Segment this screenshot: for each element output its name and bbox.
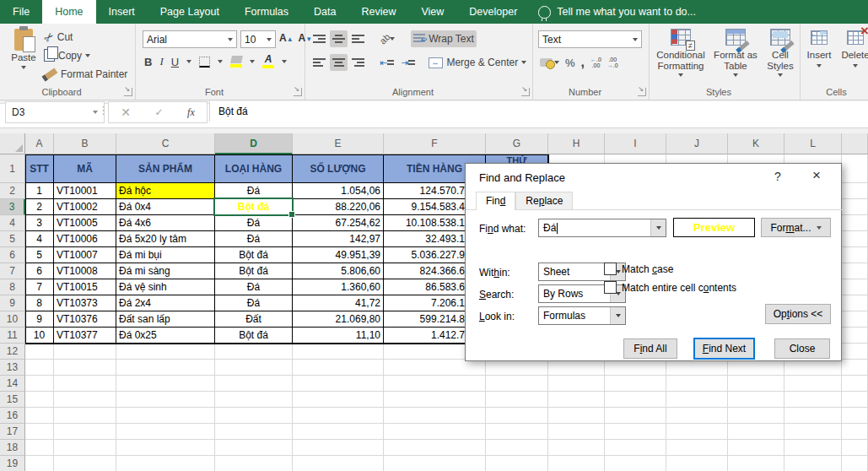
row-header-17[interactable]: 17: [0, 424, 25, 440]
row-header-1[interactable]: 1: [0, 154, 25, 183]
cell-M12[interactable]: [842, 344, 868, 360]
tab-home[interactable]: Home: [42, 0, 95, 24]
cell-G16[interactable]: [486, 408, 548, 424]
cell-D12[interactable]: [215, 344, 293, 360]
merge-center-button[interactable]: Merge & Center: [426, 54, 529, 71]
cell-K18[interactable]: [728, 440, 784, 456]
format-painter-button[interactable]: Format Painter: [42, 68, 127, 80]
format-preview-button[interactable]: Preview: [673, 218, 755, 237]
formula-input[interactable]: Bột đá: [209, 101, 868, 122]
cell-D9[interactable]: Đá: [215, 295, 293, 311]
cell-M7[interactable]: [842, 263, 868, 279]
cell-D19[interactable]: [215, 456, 293, 471]
increase-indent-button[interactable]: ⇥: [398, 54, 418, 71]
font-color-button[interactable]: A: [262, 55, 274, 68]
cell-B13[interactable]: [54, 360, 116, 376]
column-header-A[interactable]: A: [25, 133, 54, 154]
cell-D4[interactable]: Đá: [215, 215, 293, 231]
cell-A10[interactable]: 9: [25, 311, 54, 328]
cell-J18[interactable]: [666, 440, 728, 456]
cell-A6[interactable]: 5: [25, 247, 54, 263]
column-header-B[interactable]: B: [54, 133, 116, 154]
row-header-10[interactable]: 10: [0, 311, 25, 328]
accounting-format-button[interactable]: [540, 58, 559, 67]
cell-K15[interactable]: [728, 392, 784, 408]
cell-G13[interactable]: [486, 360, 548, 376]
column-header-D[interactable]: D: [215, 133, 293, 154]
options-button[interactable]: Options <<: [765, 304, 831, 324]
tab-data[interactable]: Data: [301, 0, 348, 24]
cell-A1[interactable]: STT: [25, 154, 54, 183]
cell-C15[interactable]: [116, 392, 215, 408]
cell-A7[interactable]: 6: [25, 263, 54, 279]
cell-M19[interactable]: [842, 456, 868, 471]
cell-E4[interactable]: 67.254,62: [293, 215, 384, 231]
cell-L18[interactable]: [784, 440, 842, 456]
delete-cells-button[interactable]: Delete: [839, 30, 868, 68]
cell-I13[interactable]: [605, 360, 666, 376]
cell-L15[interactable]: [784, 392, 842, 408]
cell-D2[interactable]: Đá: [215, 183, 293, 199]
cell-L17[interactable]: [784, 424, 842, 440]
cell-E2[interactable]: 1.054,06: [293, 183, 384, 199]
match-entire-box[interactable]: [604, 281, 617, 294]
cell-G15[interactable]: [486, 392, 548, 408]
cell-I15[interactable]: [605, 392, 666, 408]
clipboard-dialog-launcher-icon[interactable]: [124, 88, 132, 96]
percent-button[interactable]: %: [565, 57, 575, 69]
grow-font-button[interactable]: A▲: [279, 32, 294, 44]
cell-M14[interactable]: [842, 376, 868, 392]
cell-A13[interactable]: [25, 360, 54, 376]
tab-developer[interactable]: Developer: [456, 0, 530, 24]
cell-K14[interactable]: [728, 376, 784, 392]
cell-A4[interactable]: 3: [25, 215, 54, 231]
find-what-dropdown-icon[interactable]: [650, 219, 666, 236]
cell-K13[interactable]: [728, 360, 784, 376]
cell-H16[interactable]: [548, 408, 605, 424]
cell-F13[interactable]: [384, 360, 486, 376]
cell-H17[interactable]: [548, 424, 605, 440]
cell-C11[interactable]: Đá 0x25: [116, 328, 215, 344]
borders-dropdown-icon[interactable]: [218, 60, 223, 63]
cell-C7[interactable]: Đá mi sàng: [116, 263, 215, 279]
cell-A2[interactable]: 1: [25, 183, 54, 199]
cell-D7[interactable]: Bột đá: [215, 263, 293, 279]
cell-D5[interactable]: Đá: [215, 231, 293, 247]
cell-C17[interactable]: [116, 424, 215, 440]
comma-button[interactable]: ,: [581, 55, 585, 70]
row-header-4[interactable]: 4: [0, 215, 25, 231]
find-what-input[interactable]: Đá: [538, 219, 666, 237]
font-color-dropdown-icon[interactable]: [282, 60, 287, 63]
cell-D3[interactable]: Bột đá: [215, 199, 293, 215]
cell-M18[interactable]: [842, 440, 868, 456]
fill-color-button[interactable]: [230, 56, 242, 68]
cell-E11[interactable]: 11,10: [293, 328, 384, 344]
cell-F19[interactable]: [384, 456, 486, 471]
cell-H14[interactable]: [548, 376, 605, 392]
find-all-button[interactable]: Find All: [623, 338, 677, 359]
cell-B17[interactable]: [54, 424, 116, 440]
cell-M15[interactable]: [842, 392, 868, 408]
cell-B10[interactable]: VT10376: [54, 311, 116, 328]
cell-B19[interactable]: [54, 456, 116, 471]
row-header-12[interactable]: 12: [0, 344, 25, 360]
cell-E15[interactable]: [293, 392, 384, 408]
increase-decimal-button[interactable]: ←.0.00: [590, 57, 601, 68]
cell-C9[interactable]: Đá 2x4: [116, 295, 215, 311]
row-header-19[interactable]: 19: [0, 456, 25, 471]
cell-J17[interactable]: [666, 424, 728, 440]
cell-E13[interactable]: [293, 360, 384, 376]
number-dialog-launcher-icon[interactable]: [638, 88, 646, 96]
cell-D11[interactable]: Bột đá: [215, 328, 293, 344]
cell-A11[interactable]: 10: [25, 328, 54, 344]
name-box[interactable]: D3: [5, 101, 105, 123]
row-header-5[interactable]: 5: [0, 231, 25, 247]
cell-H15[interactable]: [548, 392, 605, 408]
cell-J15[interactable]: [666, 392, 728, 408]
cell-I16[interactable]: [605, 408, 666, 424]
cell-A15[interactable]: [25, 392, 54, 408]
cell-M13[interactable]: [842, 360, 868, 376]
cell-E5[interactable]: 142,97: [293, 231, 384, 247]
copy-button[interactable]: Copy: [44, 49, 90, 62]
cell-D10[interactable]: Đất: [215, 311, 293, 328]
